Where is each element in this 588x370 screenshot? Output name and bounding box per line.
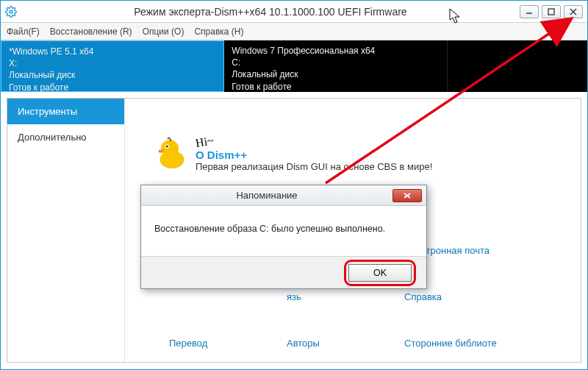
sidebar-item-extra[interactable]: Дополнительно xyxy=(7,124,124,150)
sidebar-item-tools[interactable]: Инструменты xyxy=(7,99,124,124)
duck-icon xyxy=(154,135,190,171)
image-card-pe[interactable]: *Windows PE 5.1 x64 X: Локальный диск Го… xyxy=(1,40,224,92)
image-line: X: xyxy=(9,57,216,69)
window-controls xyxy=(520,5,587,18)
menu-recover[interactable]: Восстановление (R) xyxy=(50,26,132,37)
dialog-ok-button[interactable]: OK xyxy=(348,264,412,282)
about-title: О Dism++ xyxy=(196,149,432,161)
ok-highlight-annotation: OK xyxy=(344,260,416,286)
menu-options[interactable]: Опции (O) xyxy=(143,26,184,37)
dialog-title: Напоминание xyxy=(141,190,392,201)
about-hero: Hi~ О Dism++ Первая реализация Dism GUI … xyxy=(154,135,566,172)
link-authors[interactable]: Авторы xyxy=(287,338,397,349)
menu-help[interactable]: Справка (H) xyxy=(194,26,243,37)
link-help[interactable]: Справка xyxy=(404,291,514,302)
image-line: Windows 7 Профессиональная x64 xyxy=(232,45,439,57)
image-line: Локальный диск xyxy=(9,69,216,81)
svg-point-8 xyxy=(166,146,168,148)
window-title: Режим эксперта-Dism++x64 10.1.1000.100 U… xyxy=(21,6,520,18)
about-text: Hi~ О Dism++ Первая реализация Dism GUI … xyxy=(196,135,432,172)
hi-text: Hi~ xyxy=(195,134,215,150)
image-card-empty xyxy=(448,40,587,92)
svg-point-6 xyxy=(161,140,179,157)
menu-file[interactable]: Файл(F) xyxy=(7,26,40,37)
link-empty xyxy=(169,291,279,302)
menu-bar: Файл(F) Восстановление (R) Опции (O) Спр… xyxy=(1,23,587,40)
dialog-body: Восстановление образа C: было успешно вы… xyxy=(141,206,426,256)
title-bar: Режим эксперта-Dism++x64 10.1.1000.100 U… xyxy=(1,1,587,23)
svg-rect-2 xyxy=(548,9,554,15)
dialog-titlebar: Напоминание xyxy=(141,185,426,206)
image-line: C: xyxy=(232,57,439,68)
reminder-dialog: Напоминание Восстановление образа C: был… xyxy=(140,185,427,289)
link-thirdparty[interactable]: Сторонние библиоте xyxy=(404,338,514,349)
about-subtitle: Первая реализация Dism GUI на основе CBS… xyxy=(196,161,432,172)
images-row: *Windows PE 5.1 x64 X: Локальный диск Го… xyxy=(1,40,587,92)
svg-point-0 xyxy=(10,10,12,13)
dialog-close-button[interactable] xyxy=(392,189,422,202)
gear-icon xyxy=(1,6,21,18)
link-yaz[interactable]: язь xyxy=(287,291,397,302)
image-line: Готов к работе xyxy=(232,81,439,93)
link-translate[interactable]: Перевод xyxy=(169,338,279,349)
image-card-win7[interactable]: Windows 7 Профессиональная x64 C: Локаль… xyxy=(224,40,447,92)
dialog-footer: OK xyxy=(141,256,426,288)
image-line: Локальный диск xyxy=(232,68,439,80)
minimize-button[interactable] xyxy=(520,5,539,18)
image-line: Готов к работе xyxy=(9,82,216,93)
image-line: *Windows PE 5.1 x64 xyxy=(9,46,216,57)
maximize-button[interactable] xyxy=(542,5,561,18)
close-button[interactable] xyxy=(564,5,583,18)
sidebar: Инструменты Дополнительно xyxy=(7,99,125,362)
